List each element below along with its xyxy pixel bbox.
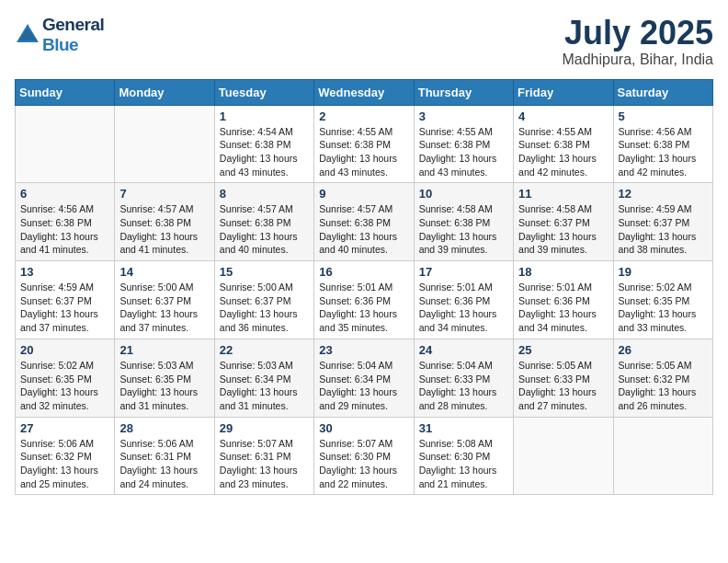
col-header-sunday: Sunday (16, 79, 115, 105)
col-header-friday: Friday (514, 79, 613, 105)
calendar-cell: 16Sunrise: 5:01 AM Sunset: 6:36 PM Dayli… (314, 261, 414, 339)
calendar-cell: 9Sunrise: 4:57 AM Sunset: 6:38 PM Daylig… (314, 183, 414, 261)
day-number: 5 (619, 109, 708, 123)
day-info: Sunrise: 5:07 AM Sunset: 6:30 PM Dayligh… (319, 437, 408, 491)
calendar-table: SundayMondayTuesdayWednesdayThursdayFrid… (15, 79, 713, 496)
day-info: Sunrise: 5:06 AM Sunset: 6:32 PM Dayligh… (20, 437, 109, 491)
day-info: Sunrise: 4:55 AM Sunset: 6:38 PM Dayligh… (319, 125, 408, 179)
col-header-saturday: Saturday (613, 79, 712, 105)
day-number: 9 (319, 187, 408, 201)
calendar-cell (514, 417, 613, 495)
day-info: Sunrise: 4:59 AM Sunset: 6:37 PM Dayligh… (20, 281, 109, 335)
day-number: 2 (319, 109, 408, 123)
calendar-cell: 22Sunrise: 5:03 AM Sunset: 6:34 PM Dayli… (214, 339, 313, 417)
day-number: 23 (319, 343, 408, 357)
day-info: Sunrise: 4:56 AM Sunset: 6:38 PM Dayligh… (619, 125, 708, 179)
day-info: Sunrise: 5:03 AM Sunset: 6:35 PM Dayligh… (119, 359, 209, 413)
day-number: 22 (220, 343, 309, 357)
day-number: 15 (220, 265, 309, 279)
calendar-cell (16, 105, 115, 183)
day-number: 24 (419, 343, 508, 357)
day-info: Sunrise: 4:56 AM Sunset: 6:38 PM Dayligh… (20, 202, 109, 257)
calendar-cell: 31Sunrise: 5:08 AM Sunset: 6:30 PM Dayli… (414, 417, 513, 495)
calendar-cell (115, 105, 214, 183)
day-number: 7 (119, 187, 209, 201)
day-number: 21 (119, 343, 209, 357)
logo-blue: Blue (42, 35, 104, 55)
day-number: 17 (419, 265, 508, 279)
day-info: Sunrise: 4:57 AM Sunset: 6:38 PM Dayligh… (220, 202, 309, 257)
day-number: 12 (619, 187, 708, 201)
logo: General Blue (15, 15, 104, 55)
calendar-cell (613, 417, 712, 495)
day-number: 20 (20, 343, 109, 357)
day-info: Sunrise: 5:03 AM Sunset: 6:34 PM Dayligh… (220, 359, 309, 413)
day-number: 26 (619, 343, 708, 357)
day-number: 3 (419, 109, 508, 123)
calendar-cell: 24Sunrise: 5:04 AM Sunset: 6:33 PM Dayli… (414, 339, 513, 417)
day-number: 30 (319, 421, 408, 435)
day-info: Sunrise: 5:04 AM Sunset: 6:34 PM Dayligh… (319, 359, 408, 413)
calendar-cell: 27Sunrise: 5:06 AM Sunset: 6:32 PM Dayli… (16, 417, 115, 495)
day-info: Sunrise: 4:54 AM Sunset: 6:38 PM Dayligh… (220, 125, 309, 179)
day-info: Sunrise: 5:06 AM Sunset: 6:31 PM Dayligh… (119, 437, 209, 491)
calendar-cell: 4Sunrise: 4:55 AM Sunset: 6:38 PM Daylig… (514, 105, 613, 183)
day-info: Sunrise: 5:05 AM Sunset: 6:33 PM Dayligh… (518, 359, 608, 413)
logo-icon (15, 22, 40, 48)
calendar-cell: 18Sunrise: 5:01 AM Sunset: 6:36 PM Dayli… (514, 261, 613, 339)
day-number: 13 (20, 265, 109, 279)
day-info: Sunrise: 5:00 AM Sunset: 6:37 PM Dayligh… (220, 281, 309, 335)
calendar-cell: 1Sunrise: 4:54 AM Sunset: 6:38 PM Daylig… (214, 105, 313, 183)
col-header-wednesday: Wednesday (314, 79, 414, 105)
day-number: 6 (20, 187, 109, 201)
day-info: Sunrise: 4:57 AM Sunset: 6:38 PM Dayligh… (119, 202, 209, 257)
calendar-cell: 3Sunrise: 4:55 AM Sunset: 6:38 PM Daylig… (414, 105, 513, 183)
calendar-cell: 10Sunrise: 4:58 AM Sunset: 6:38 PM Dayli… (414, 183, 513, 261)
calendar-cell: 2Sunrise: 4:55 AM Sunset: 6:38 PM Daylig… (314, 105, 414, 183)
day-info: Sunrise: 4:59 AM Sunset: 6:37 PM Dayligh… (619, 202, 708, 257)
calendar-cell: 23Sunrise: 5:04 AM Sunset: 6:34 PM Dayli… (314, 339, 414, 417)
day-info: Sunrise: 5:01 AM Sunset: 6:36 PM Dayligh… (319, 281, 408, 335)
calendar-cell: 25Sunrise: 5:05 AM Sunset: 6:33 PM Dayli… (514, 339, 613, 417)
calendar-cell: 29Sunrise: 5:07 AM Sunset: 6:31 PM Dayli… (214, 417, 313, 495)
col-header-tuesday: Tuesday (214, 79, 313, 105)
day-number: 18 (518, 265, 608, 279)
day-info: Sunrise: 4:55 AM Sunset: 6:38 PM Dayligh… (518, 125, 608, 179)
day-info: Sunrise: 5:02 AM Sunset: 6:35 PM Dayligh… (619, 281, 708, 335)
day-number: 1 (220, 109, 309, 123)
calendar-cell: 26Sunrise: 5:05 AM Sunset: 6:32 PM Dayli… (613, 339, 712, 417)
day-info: Sunrise: 4:58 AM Sunset: 6:38 PM Dayligh… (419, 202, 508, 257)
col-header-thursday: Thursday (414, 79, 513, 105)
day-number: 4 (518, 109, 608, 123)
day-number: 16 (319, 265, 408, 279)
calendar-cell: 6Sunrise: 4:56 AM Sunset: 6:38 PM Daylig… (16, 183, 115, 261)
day-info: Sunrise: 5:04 AM Sunset: 6:33 PM Dayligh… (419, 359, 508, 413)
day-number: 31 (419, 421, 508, 435)
calendar-cell: 7Sunrise: 4:57 AM Sunset: 6:38 PM Daylig… (115, 183, 214, 261)
calendar-cell: 17Sunrise: 5:01 AM Sunset: 6:36 PM Dayli… (414, 261, 513, 339)
calendar-cell: 30Sunrise: 5:07 AM Sunset: 6:30 PM Dayli… (314, 417, 414, 495)
day-info: Sunrise: 5:05 AM Sunset: 6:32 PM Dayligh… (619, 359, 708, 413)
day-info: Sunrise: 5:00 AM Sunset: 6:37 PM Dayligh… (119, 281, 209, 335)
calendar-cell: 19Sunrise: 5:02 AM Sunset: 6:35 PM Dayli… (613, 261, 712, 339)
title-block: July 2025 Madhipura, Bihar, India (562, 15, 713, 68)
location: Madhipura, Bihar, India (562, 52, 713, 68)
calendar-cell: 15Sunrise: 5:00 AM Sunset: 6:37 PM Dayli… (214, 261, 313, 339)
day-info: Sunrise: 4:55 AM Sunset: 6:38 PM Dayligh… (419, 125, 508, 179)
day-info: Sunrise: 5:01 AM Sunset: 6:36 PM Dayligh… (518, 281, 608, 335)
day-number: 11 (518, 187, 608, 201)
calendar-cell: 28Sunrise: 5:06 AM Sunset: 6:31 PM Dayli… (115, 417, 214, 495)
day-number: 19 (619, 265, 708, 279)
day-number: 10 (419, 187, 508, 201)
day-info: Sunrise: 5:02 AM Sunset: 6:35 PM Dayligh… (20, 359, 109, 413)
day-info: Sunrise: 5:01 AM Sunset: 6:36 PM Dayligh… (419, 281, 508, 335)
calendar-cell: 8Sunrise: 4:57 AM Sunset: 6:38 PM Daylig… (214, 183, 313, 261)
calendar-cell: 5Sunrise: 4:56 AM Sunset: 6:38 PM Daylig… (613, 105, 712, 183)
logo-general: General (42, 15, 104, 35)
day-info: Sunrise: 4:57 AM Sunset: 6:38 PM Dayligh… (319, 202, 408, 257)
calendar-cell: 11Sunrise: 4:58 AM Sunset: 6:37 PM Dayli… (514, 183, 613, 261)
day-info: Sunrise: 5:08 AM Sunset: 6:30 PM Dayligh… (419, 437, 508, 491)
month-title: July 2025 (562, 15, 713, 52)
col-header-monday: Monday (115, 79, 214, 105)
day-number: 25 (518, 343, 608, 357)
